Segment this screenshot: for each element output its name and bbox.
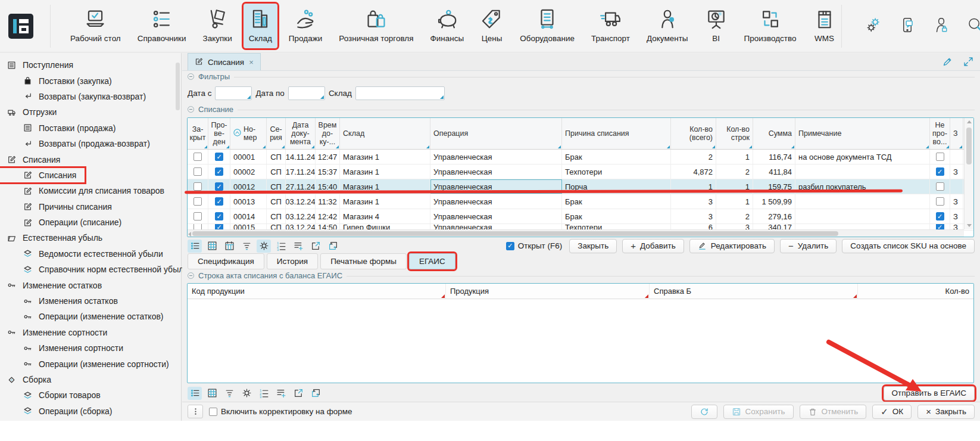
column-header[interactable]: Кол-во (всего): [671, 118, 716, 149]
egais-column-header[interactable]: Справка Б: [650, 284, 858, 299]
grid-vertical-scrollbar[interactable]: [964, 118, 973, 229]
sidebar-item[interactable]: Справочник норм естественной убыли: [0, 262, 196, 277]
gear-icon[interactable]: [257, 240, 271, 253]
sidebar-item[interactable]: Возвраты (закупка-возврат): [0, 89, 154, 104]
nav-item[interactable]: Розничная торговля: [333, 4, 419, 48]
collapse-icon[interactable]: [188, 106, 194, 113]
sidebar-item[interactable]: Отгрузки: [0, 105, 65, 119]
checkbox[interactable]: [193, 212, 202, 220]
checkbox[interactable]: ✓: [936, 167, 944, 176]
nav-item[interactable]: Документы: [641, 4, 694, 48]
column-header[interactable]: Не про- во...: [930, 118, 950, 149]
gears-icon[interactable]: [864, 16, 882, 36]
numbered-list-icon[interactable]: 123: [257, 387, 271, 400]
scrollbar-thumb[interactable]: [966, 128, 972, 164]
sidebar-item[interactable]: Ведомости естественной убыли: [0, 247, 171, 261]
refresh-button[interactable]: [691, 405, 717, 419]
nav-item[interactable]: Закупки: [198, 4, 238, 48]
column-header[interactable]: Примечание: [795, 118, 930, 149]
column-header[interactable]: Операция: [430, 118, 562, 149]
gear-icon[interactable]: [239, 387, 254, 400]
sidebar-item[interactable]: Списания: [0, 168, 85, 182]
column-header[interactable]: Но- мер: [230, 118, 267, 149]
column-header[interactable]: З: [950, 118, 963, 149]
grid-horizontal-scrollbar[interactable]: [188, 229, 964, 237]
grid-action-button[interactable]: +Добавить: [622, 239, 683, 253]
checkbox[interactable]: [193, 153, 202, 161]
add-list-icon[interactable]: [291, 240, 305, 253]
bottom-button[interactable]: ×Закрыть: [917, 405, 975, 419]
sidebar-item[interactable]: Операции (изменение остатков): [0, 309, 172, 324]
bottom-button[interactable]: Отменить: [800, 405, 867, 419]
egais-column-header[interactable]: Кол-во: [858, 284, 973, 299]
add-list-icon[interactable]: [274, 387, 288, 400]
tab-spisaniya[interactable]: Списания ×: [188, 53, 261, 70]
device-chat-icon[interactable]: [898, 16, 916, 36]
sidebar-item[interactable]: Комиссии для списания товаров: [0, 184, 173, 198]
nav-item[interactable]: Рабочий стол: [65, 4, 126, 48]
column-header[interactable]: Врем до- ку-...: [316, 118, 340, 149]
grid-action-button[interactable]: −Удалить: [780, 239, 837, 253]
egais-column-header[interactable]: Код продукции: [188, 284, 446, 299]
open-f6-checkbox-box[interactable]: ✓: [506, 242, 514, 250]
nav-item[interactable]: Справочники: [132, 4, 192, 48]
list-view-icon[interactable]: [188, 240, 202, 253]
sidebar-item[interactable]: Изменение остатков: [0, 278, 110, 293]
grid-row[interactable]: ✓00012СП27.11.2415:40Магазин 1Управленче…: [188, 179, 973, 194]
sidebar-item[interactable]: Списания: [0, 153, 68, 167]
column-header[interactable]: Се- рия: [267, 118, 286, 149]
subtab[interactable]: Печатные формы: [320, 253, 407, 269]
bottom-button[interactable]: ✓ОК: [872, 405, 912, 419]
grid-action-button[interactable]: Редактировать: [689, 239, 775, 253]
grid-row[interactable]: ✓00002СП17.11.2415:37Магазин 1Управленче…: [188, 164, 973, 179]
collapse-icon[interactable]: [188, 73, 194, 80]
sidebar-item[interactable]: Естественная убыль: [0, 231, 111, 245]
sidebar-item[interactable]: Изменение сортности: [0, 325, 116, 340]
sidebar-item[interactable]: Изменения сортности: [0, 341, 132, 355]
correction-checkbox[interactable]: [209, 408, 217, 416]
subtab[interactable]: Спецификация: [188, 253, 264, 269]
user-lock-icon[interactable]: [932, 16, 950, 36]
nav-item[interactable]: Транспорт: [586, 4, 635, 48]
filter-input-field[interactable]: [289, 87, 324, 100]
egais-column-header[interactable]: Продукция: [446, 284, 650, 299]
sidebar-item[interactable]: Изменения остатков: [0, 294, 126, 308]
subtab[interactable]: ЕГАИС: [409, 253, 455, 269]
sidebar-item[interactable]: Операции (изменение сортности): [0, 357, 177, 371]
sidebar-item[interactable]: Поступления: [0, 58, 82, 72]
checkbox[interactable]: ✓: [215, 197, 223, 206]
expand-icon[interactable]: [963, 56, 974, 70]
sidebar-scrollbar-thumb[interactable]: [176, 63, 180, 110]
grid-view-icon[interactable]: [205, 240, 219, 253]
sidebar-item[interactable]: Сборки товаров: [0, 388, 109, 402]
grid-row[interactable]: ✓00001СП14.11.2412:47Магазин 1Управленче…: [188, 150, 973, 164]
filter-input-field[interactable]: [356, 87, 444, 100]
nav-item[interactable]: BI: [700, 4, 733, 48]
sidebar-item[interactable]: Поставки (продажа): [0, 121, 124, 135]
column-header[interactable]: За- крыт: [188, 118, 208, 149]
search-icon[interactable]: [966, 16, 980, 36]
scrollbar-thumb[interactable]: [192, 231, 838, 236]
sidebar-item[interactable]: Сборка: [0, 372, 60, 387]
sync-icon[interactable]: [308, 387, 323, 400]
column-header[interactable]: Дата доку- мента: [286, 118, 316, 149]
filter-input-field[interactable]: [216, 87, 251, 100]
column-header[interactable]: Кол-во строк: [716, 118, 753, 149]
checkbox[interactable]: [193, 197, 202, 206]
more-menu-button[interactable]: [188, 405, 203, 418]
sidebar-item[interactable]: Возвраты (продажа-возврат): [0, 136, 158, 151]
filter-icon[interactable]: [222, 387, 236, 400]
sidebar-item[interactable]: Поставки (закупка): [0, 74, 120, 88]
calendar-grid-icon[interactable]: [222, 240, 236, 253]
tab-close-icon[interactable]: ×: [249, 58, 254, 67]
checkbox[interactable]: ✓: [215, 153, 223, 161]
collapse-icon[interactable]: [188, 272, 194, 279]
checkbox[interactable]: ✓: [215, 212, 223, 220]
subtab[interactable]: История: [267, 253, 318, 269]
sidebar-item[interactable]: Операции (списание): [0, 215, 130, 229]
bottom-button[interactable]: Сохранить: [723, 405, 794, 419]
grid-row[interactable]: ✓00014СП03.12.2412:42Магазин 4Управленче…: [188, 209, 973, 224]
numbered-list-icon[interactable]: 123: [274, 240, 288, 253]
filter-icon[interactable]: [239, 240, 254, 253]
grid-row[interactable]: ✓00013СП03.12.2411:32Магазин 1Управленче…: [188, 194, 973, 209]
